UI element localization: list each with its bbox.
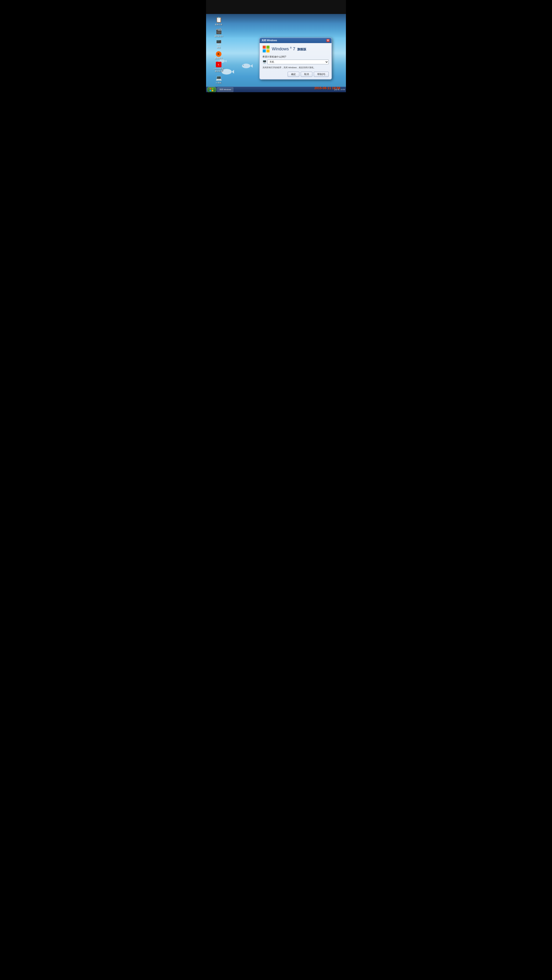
- shutdown-dialog: 关闭 Windows ✕: [259, 38, 332, 80]
- dialog-prompt-label: 希望计算机做什么(W)?: [262, 55, 329, 59]
- dialog-title: 关闭 Windows: [262, 39, 277, 42]
- svg-rect-23: [263, 49, 266, 52]
- lenovo-icon: L: [216, 62, 222, 67]
- svg-point-5: [243, 65, 244, 65]
- svg-rect-24: [266, 49, 270, 52]
- windows-logo-icon: [262, 45, 270, 53]
- svg-rect-25: [209, 88, 211, 89]
- storm-icon-label: 暴风影音5: [214, 35, 223, 38]
- icon-task[interactable]: 📋 速来任务: [212, 16, 225, 27]
- windows-title-group: Windows ® 7 旗舰版: [272, 46, 306, 51]
- svg-marker-1: [232, 69, 234, 74]
- confirm-button[interactable]: 确定: [288, 72, 299, 77]
- photo-timestamp: 2015-08-11 19:59: [314, 86, 340, 90]
- computer-small-icon: 🖥️: [262, 60, 266, 64]
- dialog-close-button[interactable]: ✕: [326, 39, 330, 42]
- dialog-body: Windows ® 7 旗舰版 希望计算机做什么(W)? 🖥️: [260, 43, 332, 80]
- svg-rect-21: [263, 46, 266, 49]
- windows-edition-text: 旗舰版: [297, 48, 306, 51]
- svg-rect-22: [266, 46, 270, 49]
- svg-marker-4: [250, 64, 253, 68]
- qqmusic-icon: K: [216, 51, 222, 57]
- network-icon: 🖥️: [215, 40, 222, 46]
- dialog-header-row: Windows ® 7 旗舰版: [262, 45, 329, 53]
- dialog-titlebar: 关闭 Windows ✕: [260, 38, 332, 43]
- desktop: 📋 速来任务 🎬 暴风影音5 🖥️ 网络 K: [206, 14, 346, 92]
- icon-computer[interactable]: 💻 计算机: [212, 74, 225, 85]
- top-bezel: [206, 0, 346, 14]
- icon-qqmusic[interactable]: K 酷狗音乐: [212, 51, 225, 60]
- bottom-bezel: [206, 92, 346, 139]
- start-button[interactable]: [207, 87, 216, 92]
- dialog-buttons: 确定 取消 帮助(H): [262, 72, 329, 77]
- computer-icon-label: 计算机: [216, 82, 222, 84]
- task-icon-label: 速来任务: [215, 24, 222, 26]
- windows-logo: [262, 45, 270, 53]
- icon-network[interactable]: 🖥️ 网络: [212, 39, 225, 49]
- desktop-icons-area: 📋 速来任务 🎬 暴风影音5 🖥️ 网络 K: [206, 14, 231, 84]
- network-icon-label: 网络: [217, 46, 220, 49]
- svg-rect-26: [212, 88, 213, 89]
- windows-version-text: Windows ® 7: [272, 46, 296, 51]
- icon-lenovo[interactable]: L Lenovo联想驱动管理: [212, 61, 225, 73]
- icon-storm-player[interactable]: 🎬 暴风影音5: [212, 27, 225, 38]
- dialog-select-row: 🖥️ 关机: [262, 60, 329, 64]
- start-button-icon: [209, 88, 214, 91]
- cancel-button[interactable]: 取消: [301, 72, 313, 77]
- help-button[interactable]: 帮助(H): [314, 72, 329, 77]
- task-icon: 📋: [215, 16, 222, 23]
- tray-time: 19:59: [340, 89, 345, 91]
- windows-word: Windows: [272, 46, 289, 51]
- monitor-area: 📋 速来任务 🎬 暴风影音5 🖥️ 网络 K: [206, 14, 346, 92]
- computer-icon: 💻: [215, 75, 222, 81]
- windows-number: 7: [293, 46, 295, 51]
- photo-frame: 📋 速来任务 🎬 暴风影音5 🖥️ 网络 K: [206, 0, 346, 139]
- svg-rect-28: [212, 90, 213, 91]
- taskbar-item-label: 关闭 Windows: [219, 88, 231, 91]
- fish-2-icon: [241, 62, 253, 69]
- lenovo-icon-label: Lenovo联想驱动管理: [213, 68, 225, 72]
- desktop-inner: 📋 速来任务 🎬 暴风影音5 🖥️ 网络 K: [206, 14, 346, 92]
- qqmusic-icon-label: 酷狗音乐: [215, 57, 222, 60]
- taskbar-active-item[interactable]: 关闭 Windows: [217, 88, 233, 92]
- svg-rect-27: [209, 90, 211, 91]
- fish-group-2: [241, 62, 253, 70]
- action-select[interactable]: 关机: [267, 60, 329, 64]
- svg-point-3: [242, 64, 250, 68]
- dialog-description: 关闭所有打开的程序，关闭 Windows，然后关闭计算机。: [262, 66, 329, 69]
- storm-icon: 🎬: [215, 28, 222, 35]
